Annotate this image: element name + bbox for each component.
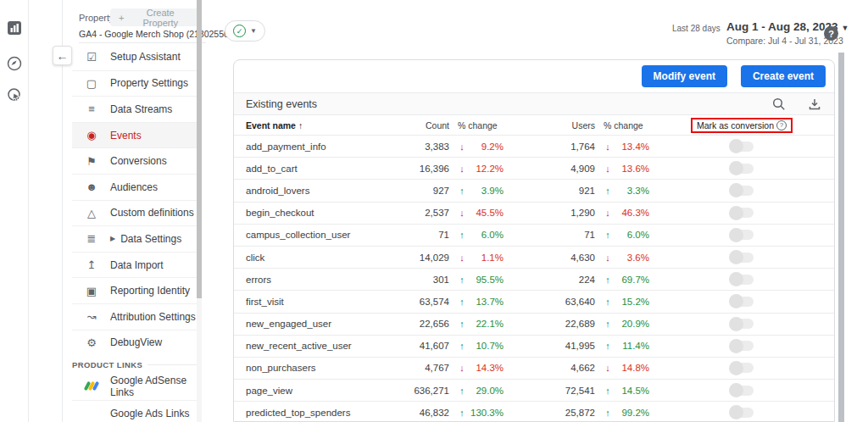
users-cell: 63,640 — [504, 297, 595, 307]
mark-as-conversion-toggle[interactable] — [731, 142, 754, 152]
table-title-bar: Existing events — [234, 92, 834, 115]
toggle-knob — [729, 272, 743, 286]
mark-as-conversion-toggle[interactable] — [731, 230, 754, 240]
users-change-cell: ↑6.0% — [595, 230, 649, 240]
trend-arrow-icon: ↑ — [456, 319, 468, 329]
create-property-button[interactable]: +Create Property — [110, 8, 202, 26]
mark-as-conversion-toggle[interactable] — [731, 341, 754, 351]
sidebar-item-audiences[interactable]: ☻ ▶ Audiences — [72, 174, 197, 200]
users-change-cell: ↑11.4% — [595, 341, 649, 351]
count-change-cell: ↑13.7% — [449, 297, 504, 307]
sidebar-item-setup-assistant[interactable]: ☑ ▶ Setup Assistant — [72, 44, 197, 70]
column-users-change[interactable]: % change — [595, 120, 649, 130]
count-change-cell: ↓12.2% — [449, 164, 504, 174]
mark-as-conversion-toggle[interactable] — [731, 186, 754, 196]
explore-icon[interactable] — [7, 56, 22, 71]
mark-as-conversion-toggle[interactable] — [731, 275, 754, 285]
count-cell: 4,767 — [364, 363, 449, 373]
mark-as-conversion-toggle[interactable] — [731, 297, 754, 307]
count-change-cell: ↓14.3% — [449, 363, 504, 373]
page-scrollbar-thumb[interactable] — [838, 53, 844, 422]
users-change-cell: ↓13.6% — [595, 164, 649, 174]
modify-event-button[interactable]: Modify event — [642, 65, 727, 87]
sidebar-scrollbar-thumb[interactable] — [197, 0, 202, 298]
sidebar-item-google-adsense-links[interactable]: ▶ Google AdSense Links — [72, 374, 197, 400]
users-change-cell: ↓46.3% — [595, 208, 649, 218]
mark-as-conversion-toggle[interactable] — [731, 319, 754, 329]
trend-arrow-icon: ↓ — [456, 363, 468, 373]
mark-as-conversion-toggle[interactable] — [731, 386, 754, 396]
debugview-icon: ⚙ — [85, 336, 98, 349]
toggle-knob — [729, 206, 743, 220]
trend-arrow-icon: ↓ — [456, 253, 468, 263]
users-change-cell: ↑3.3% — [595, 186, 649, 196]
sidebar-item-debugview[interactable]: ⚙ ▶ DebugView — [72, 330, 197, 356]
users-cell: 1,290 — [504, 208, 595, 218]
users-cell: 72,541 — [504, 386, 595, 396]
mark-as-conversion-toggle[interactable] — [731, 253, 754, 263]
sidebar-item-data-import[interactable]: ↥ ▶ Data Import — [72, 252, 197, 278]
mark-as-conversion-toggle[interactable] — [731, 363, 754, 373]
advertising-icon[interactable] — [7, 87, 22, 103]
property-name[interactable]: GA4 - Google Merch Shop (213025502) — [79, 29, 214, 39]
sidebar-item-events[interactable]: ◉ ▶ Events — [72, 122, 197, 148]
collapse-sidebar-button[interactable]: ← — [53, 46, 72, 65]
chevron-down-icon: ▼ — [250, 27, 257, 35]
mark-as-conversion-toggle[interactable] — [731, 208, 754, 218]
sidebar-item-custom-definitions[interactable]: △ ▶ Custom definitions — [72, 200, 197, 226]
back-arrow-icon: ← — [57, 49, 69, 63]
column-count-change[interactable]: % change — [449, 120, 504, 130]
mark-as-conversion-toggle[interactable] — [731, 164, 754, 174]
count-change-cell: ↓9.2% — [449, 142, 504, 152]
toggle-knob — [729, 383, 743, 397]
trend-arrow-icon: ↑ — [456, 386, 468, 396]
analytics-reports-icon[interactable] — [7, 20, 22, 36]
event-name-cell: android_lovers — [246, 186, 364, 196]
trend-arrow-icon: ↑ — [456, 186, 468, 196]
help-icon[interactable]: ? — [824, 26, 838, 41]
count-change-cell: ↓45.5% — [449, 208, 504, 218]
table-row: begin_checkout 2,537 ↓45.5% 1,290 ↓46.3% — [234, 202, 834, 224]
question-mark-icon[interactable]: ? — [776, 120, 787, 130]
trend-arrow-icon: ↑ — [602, 230, 614, 240]
property-settings-icon: ▢ — [85, 77, 98, 90]
users-change-cell: ↑69.7% — [595, 275, 649, 285]
search-icon[interactable] — [771, 97, 787, 112]
sidebar-item-property-settings[interactable]: ▢ ▶ Property Settings — [72, 70, 197, 97]
column-users[interactable]: Users — [504, 120, 595, 130]
count-cell: 63,574 — [364, 297, 449, 307]
reporting-identity-icon: ▣ — [85, 285, 98, 297]
attribution-settings-icon: ↝ — [85, 310, 98, 323]
event-name-cell: begin_checkout — [246, 208, 364, 218]
events-icon: ◉ — [85, 129, 98, 142]
trend-arrow-icon: ↑ — [456, 341, 468, 351]
create-event-button[interactable]: Create event — [741, 65, 826, 87]
event-name-cell: page_view — [246, 386, 364, 396]
users-change-cell: ↑15.2% — [595, 297, 649, 307]
column-count[interactable]: Count — [364, 120, 449, 130]
table-row: new_engaged_user 22,656 ↑22.1% 22,689 ↑2… — [234, 313, 834, 335]
product-links-header: PRODUCT LINKS — [72, 355, 197, 374]
property-label: Property — [79, 13, 114, 23]
sidebar-item-conversions[interactable]: ⚑ ▶ Conversions — [72, 147, 197, 174]
column-event-name[interactable]: Event name ↑ — [246, 120, 364, 130]
download-icon[interactable] — [807, 97, 822, 112]
table-row: campus_collection_user 71 ↑6.0% 71 ↑6.0% — [234, 224, 834, 246]
mark-as-conversion-toggle[interactable] — [731, 408, 754, 418]
count-cell: 927 — [364, 186, 449, 196]
table-row: add_payment_info 3,383 ↓9.2% 1,764 ↓13.4… — [234, 135, 834, 157]
sort-ascending-icon[interactable]: ↑ — [298, 120, 303, 130]
sidebar-item-data-settings[interactable]: ≣ ▶ Data Settings — [72, 225, 197, 252]
count-cell: 2,537 — [364, 208, 449, 218]
event-status-dropdown[interactable]: ✓ ▼ — [225, 20, 265, 42]
card-toolbar: Modify event Create event — [234, 60, 834, 92]
sidebar-item-data-streams[interactable]: ≡ ▶ Data Streams — [72, 96, 197, 122]
sidebar-item-google-ads-links[interactable]: ▶ Google Ads Links — [72, 400, 197, 422]
trend-arrow-icon: ↓ — [456, 208, 468, 218]
sidebar-scrollbar[interactable] — [197, 0, 202, 422]
event-name-cell: add_payment_info — [246, 142, 364, 152]
sidebar-item-reporting-identity[interactable]: ▣ ▶ Reporting Identity — [72, 277, 197, 303]
adsense-icon — [85, 381, 98, 391]
sidebar-item-attribution-settings[interactable]: ↝ ▶ Attribution Settings — [72, 303, 197, 330]
toggle-knob — [729, 228, 743, 242]
